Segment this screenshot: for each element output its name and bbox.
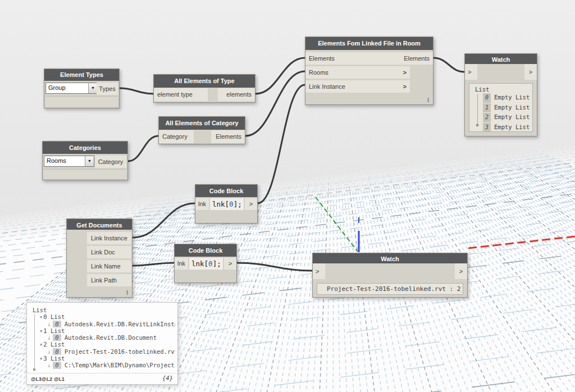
list-item: 2Empty List	[483, 112, 530, 122]
node-get-documents[interactable]: Get Documents Link Instance Link Doc Lin…	[66, 218, 133, 298]
node-code-block-top[interactable]: Code Block lnk lnk[0]; >	[195, 184, 258, 224]
node-title[interactable]: Element Types	[44, 69, 119, 81]
code-editor[interactable]: lnk[0];	[210, 198, 244, 210]
collapse-triangle-icon[interactable]: ▾	[39, 341, 43, 348]
output-port-category[interactable]: Category	[95, 156, 126, 168]
node-title[interactable]: Code Block	[175, 244, 236, 257]
dropdown-arrow-icon[interactable]: ▼	[88, 83, 97, 93]
watch-value: Project-Test-2016-tobelinked.rvt : 2 : l…	[317, 283, 463, 295]
wire-category-to-category[interactable]	[128, 136, 158, 161]
node-element-types[interactable]: Element Types Group ▼ Types	[44, 69, 120, 108]
output-port-link-path[interactable]: Link Path	[87, 274, 131, 286]
node-title[interactable]: All Elements of Type	[154, 75, 255, 88]
input-port-element-type[interactable]: element type	[154, 88, 208, 101]
item-index-badge: 0	[53, 334, 61, 341]
output-port[interactable]: >	[524, 64, 537, 80]
lacing-indicator[interactable]: I	[126, 289, 128, 296]
output-port-link-name[interactable]: Link Name	[87, 260, 131, 272]
collapse-triangle-icon[interactable]: ▾	[39, 313, 43, 320]
list-item: 0Empty List	[483, 93, 530, 103]
node-title[interactable]: Watch	[313, 253, 467, 263]
output-port-elements[interactable]: Elements	[211, 130, 245, 143]
pin-arrow-icon[interactable]: ↓	[47, 321, 51, 327]
list-item: 1Empty List	[483, 103, 530, 113]
node-title[interactable]: Elements Fom Linked File in Room	[305, 37, 433, 50]
categories-dropdown[interactable]: Rooms ▼	[44, 156, 94, 167]
item-value: Empty List	[494, 113, 530, 120]
output-port[interactable]: >	[245, 198, 257, 210]
group-label: List	[51, 341, 65, 348]
item-value: Empty List	[494, 124, 530, 130]
node-all-elements-of-type[interactable]: All Elements of Type element type elemen…	[153, 74, 255, 103]
node-footer-area	[44, 169, 126, 179]
list-count-label: {4}	[162, 375, 173, 381]
item-index-badge: 0	[53, 362, 61, 368]
node-title[interactable]: All Elements of Category	[159, 117, 245, 130]
list-group-header[interactable]: ▾1 List	[39, 327, 175, 334]
list-group-header[interactable]: ▾2 List	[39, 341, 175, 348]
tree-guide-line	[34, 314, 35, 370]
lacing-indicator[interactable]: I	[427, 97, 429, 103]
group-label: List	[51, 355, 65, 362]
node-elements-from-linked-file-in-room[interactable]: Elements Fom Linked File in Room Element…	[305, 37, 433, 105]
node-categories[interactable]: Categories Rooms ▼ Category	[42, 141, 128, 180]
node-all-elements-of-category[interactable]: All Elements of Category Category Elemen…	[158, 116, 245, 144]
dropdown-arrow-icon[interactable]: ▼	[85, 156, 94, 166]
preview-bubble[interactable]: List ▾0 List ↓0Autodesk.Revit.DB.RevitLi…	[26, 302, 178, 385]
wire-elements-to-watchtop[interactable]	[433, 58, 464, 72]
wire-codeblock-to-watch[interactable]	[237, 263, 312, 271]
code-number: 0	[229, 200, 234, 208]
dynamo-workspace: Element Types Group ▼ Types All Elements…	[0, 0, 575, 392]
item-index-badge: 0	[53, 348, 61, 355]
output-port[interactable]: >	[224, 258, 236, 270]
group-index: 0	[43, 313, 47, 320]
wire-types-to-elementtype[interactable]	[120, 88, 153, 94]
list-group-header[interactable]: ▾3 List	[39, 355, 175, 362]
pin-arrow-icon[interactable]: ↓	[47, 334, 51, 341]
collapse-triangle-icon[interactable]: ▾	[39, 327, 43, 334]
input-port[interactable]: >	[465, 64, 477, 80]
collapse-triangle-icon[interactable]: ▾	[39, 355, 43, 362]
pin-arrow-icon[interactable]: ↓	[47, 362, 51, 368]
group-label: List	[51, 313, 65, 320]
item-value: Autodesk.Revit.DB.Document	[65, 334, 157, 341]
node-title[interactable]: Watch	[465, 54, 537, 64]
output-port-types[interactable]: Types	[97, 83, 118, 95]
wire-linkinstance-to-codeblock[interactable]	[133, 203, 195, 238]
input-port-rooms[interactable]: Rooms >	[305, 66, 410, 79]
node-watch-bottom[interactable]: Watch > > Project-Test-2016-tobelinked.r…	[312, 253, 468, 298]
wire-elements-to-elements[interactable]	[255, 58, 305, 94]
input-port-elements[interactable]: Elements >	[305, 52, 410, 65]
output-port-elements[interactable]: Elements	[399, 52, 433, 65]
code-text: lnk[	[191, 259, 208, 268]
lacing-levels-label[interactable]: @L3@L2 @L1	[31, 376, 65, 382]
node-watch-top[interactable]: Watch > > List 0Empty List 1Empty List 2…	[464, 53, 537, 136]
watch-list-panel: List 0Empty List 1Empty List 2Empty List…	[469, 83, 533, 132]
code-editor[interactable]: lnk[0];	[189, 258, 223, 270]
input-port-lnk[interactable]: lnk	[175, 258, 188, 270]
port-label: Link Instance	[309, 83, 345, 90]
wire-linkname-to-codeblock[interactable]	[133, 263, 174, 266]
pin-arrow-icon[interactable]: ↓	[47, 348, 51, 355]
input-port[interactable]: >	[313, 263, 325, 279]
input-port-lnk[interactable]: lnk	[195, 198, 209, 210]
list-item: ↓0Project-Test-2016-tobelinked.rvt : 2	[47, 348, 175, 355]
list-group-header[interactable]: ▾0 List	[39, 313, 175, 320]
item-value: Project-Test-2016-tobelinked.rvt : 2	[65, 348, 175, 355]
output-port[interactable]: >	[455, 263, 467, 279]
node-title[interactable]: Code Block	[195, 185, 257, 197]
node-title[interactable]: Categories	[43, 142, 127, 154]
output-port-elements[interactable]: elements	[218, 88, 255, 101]
code-text: ];	[234, 200, 242, 208]
dropdown-value: Group	[48, 84, 66, 91]
group-index: 2	[43, 341, 47, 348]
output-port-link-doc[interactable]: Link Doc	[87, 246, 131, 258]
output-port-link-instance[interactable]: Link Instance	[87, 232, 131, 244]
port-chevron-icon: >	[403, 80, 407, 93]
element-types-dropdown[interactable]: Group ▼	[45, 83, 98, 94]
wire-codeblock-to-linkinstance[interactable]	[258, 85, 305, 203]
input-port-link-instance[interactable]: Link Instance >	[305, 80, 410, 93]
node-title[interactable]: Get Documents	[67, 219, 132, 230]
node-code-block-bottom[interactable]: Code Block lnk lnk[0]; >	[174, 244, 237, 283]
input-port-category[interactable]: Category	[159, 130, 194, 143]
